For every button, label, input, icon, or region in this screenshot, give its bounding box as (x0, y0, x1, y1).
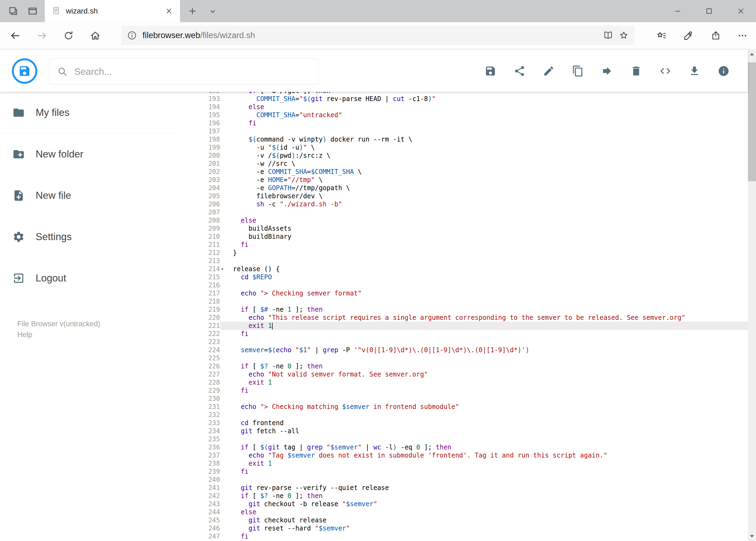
filebrowser-logo-icon[interactable] (12, 58, 37, 84)
code-line[interactable]: 200 -v /$(pwd):/src:z \ (204, 152, 748, 160)
url-field[interactable]: filebrowser.web/files/wizard.sh (122, 26, 634, 45)
code-line[interactable]: 216 (204, 281, 748, 289)
code-line[interactable]: 239 fi (204, 467, 748, 476)
scrollbar-up-arrow-icon[interactable] (750, 53, 754, 55)
code-editor[interactable]: 192 if [ -d /.git ]; then193 COMMIT_SHA=… (204, 92, 748, 541)
code-line[interactable]: 242 if [ $? -ne 0 ]; then (204, 492, 748, 500)
forward-button[interactable] (37, 30, 48, 41)
sidebar-item-my-files[interactable]: My files (0, 92, 174, 133)
code-line[interactable]: 233 cd frontend (204, 419, 748, 427)
code-line[interactable]: 247 fi (204, 532, 748, 540)
code-line[interactable]: 210 buildBinary (204, 233, 748, 241)
code-line[interactable]: 241 git rev-parse --verify --quiet relea… (204, 484, 748, 492)
code-line[interactable]: 199 -u "$(id -u)" \ (204, 144, 748, 152)
favorite-star-icon[interactable] (619, 30, 629, 41)
code-line[interactable]: 205 filebrowser/dev \ (204, 192, 748, 200)
code-line[interactable]: 204 -e GOPATH=//tmp/gopath \ (204, 184, 748, 192)
code-line[interactable]: 213 (204, 257, 748, 265)
code-line[interactable]: 243 git checkout -b release "$semver" (204, 500, 748, 508)
sidebar-item-new-folder[interactable]: New folder (0, 134, 174, 175)
code-line[interactable]: 214▾release () { (204, 265, 748, 273)
code-line[interactable]: 229 fi (204, 386, 748, 395)
code-line[interactable]: 225 (204, 354, 748, 362)
reading-view-icon[interactable] (603, 30, 613, 41)
code-line[interactable]: 203 -e HOME="//tmp" \ (204, 176, 748, 184)
home-button[interactable] (90, 30, 101, 41)
code-view-icon[interactable] (659, 65, 671, 77)
code-line[interactable]: 217 echo "> Checking semver format" (204, 289, 748, 297)
code-line[interactable]: 207 (204, 208, 748, 216)
code-line[interactable]: 209 buildAssets (204, 225, 748, 233)
code-line[interactable]: 245 git checkout release (204, 516, 748, 524)
browser-tab[interactable]: wizard.sh (45, 0, 180, 22)
code-line[interactable]: 235 (204, 435, 748, 443)
code-line[interactable]: 201 -w //src \ (204, 160, 748, 168)
code-line[interactable]: 226 if [ $? -ne 0 ]; then (204, 362, 748, 370)
code-line[interactable]: 240 (204, 476, 748, 484)
sidebar-item-new-file[interactable]: New file (0, 175, 174, 216)
code-line[interactable]: 193 COMMIT_SHA="$(git rev-parse HEAD | c… (204, 95, 748, 103)
tab-close-icon[interactable] (165, 7, 173, 15)
code-line[interactable]: 227 echo "Not valid semver format. See s… (204, 370, 748, 378)
code-line[interactable]: 228 exit 1 (204, 378, 748, 386)
delete-icon[interactable] (630, 65, 642, 77)
code-line[interactable]: 206 sh -c "./wizard.sh -b" (204, 200, 748, 208)
code-line[interactable]: 208 else (204, 216, 748, 225)
code-line[interactable]: 236 if [ $(git tag | grep "$semver" | wc… (204, 443, 748, 451)
tab-preview-icon[interactable] (28, 6, 38, 16)
code-line[interactable]: 222 fi (204, 330, 748, 338)
window-minimize-button[interactable] (671, 5, 684, 17)
more-options-icon[interactable] (737, 31, 748, 41)
new-tab-button[interactable] (188, 6, 197, 16)
code-line[interactable]: 237 echo "Tag $semver does not exist in … (204, 451, 748, 459)
share-icon[interactable] (514, 65, 526, 77)
code-line[interactable]: 246 git reset --hard "$semver" (204, 524, 748, 532)
set-tabs-aside-icon[interactable] (8, 6, 18, 16)
window-maximize-button[interactable] (703, 5, 715, 17)
code-line[interactable]: 238 exit 1 (204, 459, 748, 467)
code-line[interactable]: 195 COMMIT_SHA="untracked" (204, 111, 748, 119)
code-line[interactable]: 212} (204, 249, 748, 257)
code-line[interactable]: 218 (204, 297, 748, 305)
code-line[interactable]: 244 else (204, 508, 748, 516)
code-line[interactable]: 194 else (204, 103, 748, 111)
code-line[interactable]: 223 (204, 338, 748, 346)
code-line[interactable]: 232 (204, 411, 748, 419)
code-line[interactable]: 197 (204, 127, 748, 135)
sidebar-item-logout[interactable]: Logout (0, 258, 174, 299)
site-info-icon[interactable] (127, 30, 137, 41)
rename-icon[interactable] (543, 65, 555, 77)
code-line[interactable]: 198 $(command -v winpty) docker run --rm… (204, 135, 748, 144)
code-line[interactable]: 215 cd $REPO (204, 273, 748, 281)
code-line[interactable]: 231 echo "> Checking matching $semver in… (204, 403, 748, 411)
save-icon[interactable] (484, 65, 496, 77)
code-line[interactable]: 234 git fetch --all (204, 427, 748, 435)
page-scrollbar[interactable] (748, 49, 756, 541)
code-line[interactable]: 219 if [ $# -ne 1 ]; then (204, 305, 748, 313)
code-line[interactable]: 224 semver=$(echo "$1" | grep -P '^v(0|[… (204, 346, 748, 354)
code-line[interactable]: 211 fi (204, 241, 748, 249)
help-link[interactable]: Help (17, 330, 101, 339)
window-close-button[interactable] (735, 5, 747, 17)
hub-favorites-icon[interactable] (656, 31, 667, 41)
code-line[interactable]: 202 -e COMMIT_SHA=$COMMIT_SHA \ (204, 168, 748, 176)
fold-marker-icon[interactable]: ▾ (221, 265, 224, 273)
download-icon[interactable] (688, 65, 700, 77)
refresh-button[interactable] (63, 30, 74, 41)
search-input[interactable] (74, 66, 311, 77)
sidebar-item-settings[interactable]: Settings (0, 216, 174, 258)
copy-icon[interactable] (572, 65, 584, 77)
web-notes-pen-icon[interactable] (683, 31, 694, 41)
move-icon[interactable] (601, 65, 613, 77)
back-button[interactable] (10, 30, 21, 41)
search-box[interactable] (49, 58, 319, 85)
code-line[interactable]: 220 echo "This release script requires a… (204, 313, 748, 322)
scrollbar-down-arrow-icon[interactable] (750, 535, 754, 537)
share-page-icon[interactable] (711, 31, 721, 41)
info-icon[interactable] (718, 65, 730, 77)
tab-list-chevron-icon[interactable] (208, 7, 217, 16)
code-line[interactable]: 230 (204, 395, 748, 403)
code-line[interactable]: 192 if [ -d /.git ]; then (204, 92, 748, 95)
code-line[interactable]: 221 exit 1 (204, 322, 748, 330)
scrollbar-thumb[interactable] (748, 62, 756, 181)
